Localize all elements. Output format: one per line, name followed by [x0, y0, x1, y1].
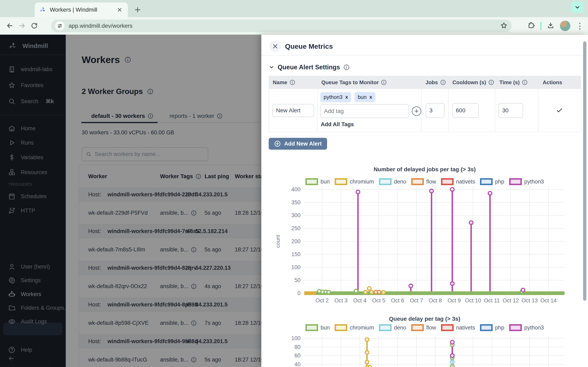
- legend-swatch: [480, 324, 493, 331]
- legend-swatch: [441, 324, 454, 331]
- info-icon[interactable]: [343, 64, 350, 71]
- modal-dim-overlay[interactable]: [0, 35, 261, 367]
- svg-text:Oct 7: Oct 7: [410, 298, 423, 304]
- legend-label: flow: [426, 325, 436, 331]
- url-text: app.windmill.dev/workers: [69, 23, 496, 29]
- back-icon[interactable]: [4, 20, 16, 32]
- legend-item-bun: bun: [305, 324, 330, 331]
- svg-text:Oct 14: Oct 14: [540, 298, 557, 304]
- browser-tab-strip: Workers | Windmill: [0, 0, 588, 17]
- alert-row: python3x bunx Add All Tags: [269, 89, 581, 132]
- chevron-down-icon[interactable]: [269, 64, 274, 70]
- legend-swatch: [411, 178, 424, 185]
- svg-text:Oct 5: Oct 5: [372, 298, 385, 304]
- queue-metrics-drawer: Queue Metrics Queue Alert Settings Name …: [261, 35, 588, 367]
- site-settings-icon[interactable]: [55, 21, 65, 31]
- downloads-icon[interactable]: [547, 22, 554, 30]
- legend-swatch: [305, 178, 318, 185]
- svg-text:Oct 4: Oct 4: [353, 298, 366, 304]
- svg-text:Oct 9: Oct 9: [448, 298, 461, 304]
- remove-tag-icon[interactable]: x: [370, 94, 372, 100]
- svg-text:Oct 10: Oct 10: [465, 298, 481, 304]
- svg-text:0: 0: [297, 290, 301, 296]
- jobs-input[interactable]: [426, 103, 444, 118]
- add-tag-button[interactable]: [412, 106, 421, 116]
- alert-name-input[interactable]: [272, 104, 314, 117]
- svg-text:Oct 3: Oct 3: [334, 298, 348, 304]
- col-time: Time (s): [495, 79, 539, 86]
- toolbar-right-cluster: ⋮: [527, 17, 584, 35]
- forward-icon[interactable]: [16, 20, 28, 32]
- svg-text:Oct 12: Oct 12: [503, 298, 519, 304]
- extensions-icon[interactable]: [527, 22, 535, 30]
- bookmark-star-icon[interactable]: [500, 22, 508, 30]
- url-bar[interactable]: app.windmill.dev/workers: [51, 20, 512, 32]
- col-jobs: Jobs: [421, 79, 448, 86]
- tag-pill-bun: bunx: [355, 92, 375, 102]
- col-cooldown: Cooldown (s): [448, 79, 495, 86]
- legend-item-python3: python3: [509, 178, 544, 185]
- col-queue-tags: Queue Tags to Monitor: [317, 79, 421, 86]
- legend-label: python3: [524, 325, 544, 331]
- legend-label: python3: [524, 179, 544, 185]
- info-icon[interactable]: [522, 79, 528, 85]
- legend-label: nativets: [456, 325, 475, 331]
- delayed-jobs-chart-legend: bunchromiumdenoflownativetsphppython3: [272, 178, 578, 185]
- cooldown-input[interactable]: [452, 103, 479, 118]
- legend-item-nativets: nativets: [441, 324, 475, 331]
- legend-label: bun: [320, 325, 330, 331]
- drawer-close-button[interactable]: [269, 41, 281, 52]
- svg-text:60: 60: [294, 352, 301, 359]
- drawer-scrollbar[interactable]: [583, 42, 586, 301]
- svg-text:50: 50: [294, 277, 301, 283]
- svg-text:Oct 11: Oct 11: [484, 298, 500, 304]
- legend-swatch: [335, 178, 347, 185]
- legend-label: deno: [394, 325, 406, 331]
- add-tag-input[interactable]: [320, 104, 409, 118]
- legend-swatch: [379, 324, 392, 331]
- add-new-alert-button[interactable]: Add New Alert: [269, 138, 327, 150]
- legend-item-php: php: [480, 324, 504, 331]
- legend-swatch: [411, 324, 424, 331]
- svg-text:Oct 8: Oct 8: [429, 298, 442, 304]
- legend-label: flow: [426, 179, 436, 185]
- svg-text:350: 350: [291, 200, 301, 206]
- section-title: Queue Alert Settings: [278, 64, 340, 71]
- delayed-jobs-chart-title: Number of delayed jobs per tag (> 3s): [272, 166, 578, 173]
- col-actions: Actions: [539, 79, 581, 86]
- legend-item-flow: flow: [411, 178, 436, 185]
- avatar[interactable]: [560, 21, 571, 31]
- legend-label: deno: [394, 179, 406, 185]
- legend-item-chromium: chromium: [335, 324, 374, 331]
- tab-close-icon[interactable]: [116, 6, 123, 13]
- add-all-tags-link[interactable]: Add All Tags: [321, 121, 421, 128]
- legend-swatch: [509, 178, 522, 185]
- divider: [261, 55, 588, 55]
- tab-search-chevron-icon[interactable]: [571, 2, 584, 13]
- remove-tag-icon[interactable]: x: [346, 94, 348, 100]
- svg-text:300: 300: [291, 212, 301, 218]
- legend-item-php: php: [480, 178, 504, 185]
- svg-text:count: count: [275, 235, 281, 248]
- browser-tab[interactable]: Workers | Windmill: [35, 2, 128, 17]
- menu-kebab-icon[interactable]: ⋮: [576, 22, 584, 30]
- svg-text:400: 400: [291, 186, 301, 192]
- svg-text:250: 250: [291, 225, 301, 231]
- reload-icon[interactable]: [28, 20, 40, 32]
- legend-label: php: [495, 179, 504, 185]
- drawer-title: Queue Metrics: [285, 42, 333, 50]
- confirm-check-icon[interactable]: [556, 107, 563, 114]
- info-icon[interactable]: [381, 79, 387, 85]
- svg-text:100: 100: [291, 335, 301, 341]
- legend-label: chromium: [350, 325, 374, 331]
- legend-swatch: [305, 324, 318, 331]
- info-icon[interactable]: [289, 79, 295, 85]
- legend-item-deno: deno: [379, 324, 406, 331]
- time-input[interactable]: [499, 103, 523, 118]
- new-tab-button[interactable]: [132, 4, 143, 15]
- info-icon[interactable]: [440, 79, 446, 85]
- info-icon[interactable]: [488, 79, 494, 85]
- plus-circle-icon: [274, 140, 281, 147]
- legend-swatch: [379, 178, 392, 185]
- browser-toolbar: app.windmill.dev/workers: [0, 17, 588, 35]
